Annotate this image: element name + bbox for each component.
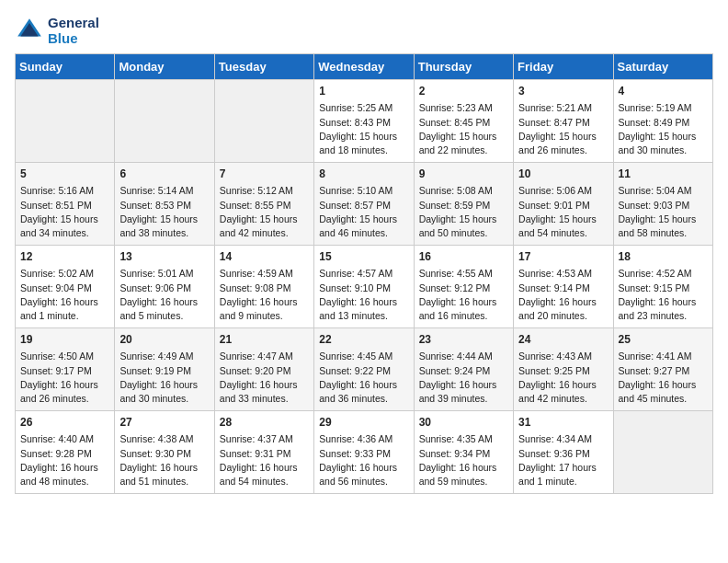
calendar-cell: 20Sunrise: 4:49 AMSunset: 9:19 PMDayligh… — [115, 328, 214, 411]
calendar-cell — [613, 411, 712, 494]
calendar-cell: 10Sunrise: 5:06 AMSunset: 9:01 PMDayligh… — [514, 163, 613, 246]
cell-line: and 18 minutes. — [319, 144, 408, 157]
cell-line: and 38 minutes. — [119, 226, 209, 240]
cell-line: Sunrise: 4:41 AM — [619, 350, 708, 363]
cell-line: Daylight: 15 hours — [619, 213, 708, 226]
cell-line: Sunset: 9:31 PM — [220, 447, 309, 461]
cell-line: and 36 minutes. — [319, 392, 408, 406]
cell-line: Sunset: 8:53 PM — [119, 199, 209, 213]
day-number: 2 — [419, 84, 508, 99]
day-number: 20 — [119, 332, 209, 348]
cell-line: Sunrise: 4:37 AM — [220, 432, 309, 446]
cell-line: Sunset: 9:22 PM — [319, 364, 408, 378]
cell-line: Sunrise: 4:57 AM — [319, 267, 408, 281]
cell-line: Sunrise: 4:40 AM — [20, 432, 109, 446]
cell-line: and 50 minutes. — [419, 226, 508, 240]
logo: General Blue — [15, 15, 99, 46]
cell-line: and 1 minute. — [20, 309, 109, 323]
cell-line: and 56 minutes. — [319, 475, 408, 488]
cell-line: Sunset: 9:34 PM — [419, 447, 508, 461]
calendar-cell: 27Sunrise: 4:38 AMSunset: 9:30 PMDayligh… — [115, 411, 214, 494]
cell-line: Sunset: 9:15 PM — [619, 282, 708, 295]
cell-line: Sunrise: 4:59 AM — [220, 267, 309, 281]
calendar-cell: 8Sunrise: 5:10 AMSunset: 8:57 PMDaylight… — [314, 163, 414, 246]
calendar-cell: 11Sunrise: 5:04 AMSunset: 9:03 PMDayligh… — [613, 163, 712, 246]
weekday-header-monday: Monday — [115, 54, 214, 80]
cell-line: Sunrise: 5:21 AM — [518, 101, 608, 115]
day-number: 28 — [220, 415, 309, 431]
cell-line: Daylight: 16 hours — [518, 378, 608, 392]
weekday-header-friday: Friday — [514, 54, 613, 80]
cell-line: and 34 minutes. — [20, 226, 109, 240]
cell-line: Sunrise: 5:02 AM — [20, 267, 109, 281]
calendar-cell: 17Sunrise: 4:53 AMSunset: 9:14 PMDayligh… — [514, 246, 613, 328]
weekday-header-tuesday: Tuesday — [214, 54, 313, 80]
cell-line: Sunset: 8:51 PM — [20, 199, 109, 213]
calendar-body: 1Sunrise: 5:25 AMSunset: 8:43 PMDaylight… — [16, 80, 713, 494]
calendar-cell: 21Sunrise: 4:47 AMSunset: 9:20 PMDayligh… — [214, 328, 313, 411]
cell-line: Daylight: 15 hours — [119, 213, 209, 226]
cell-line: and 23 minutes. — [619, 309, 708, 323]
cell-line: Sunset: 9:08 PM — [220, 282, 309, 295]
day-number: 3 — [518, 84, 608, 99]
cell-line: and 16 minutes. — [419, 309, 508, 323]
cell-line: Sunset: 9:03 PM — [619, 199, 708, 213]
cell-line: Sunrise: 4:45 AM — [319, 350, 408, 363]
day-number: 27 — [119, 415, 209, 431]
cell-line: Daylight: 15 hours — [319, 130, 408, 144]
cell-line: Sunset: 9:06 PM — [119, 282, 209, 295]
calendar-table: SundayMondayTuesdayWednesdayThursdayFrid… — [15, 53, 713, 494]
cell-line: Sunset: 9:14 PM — [518, 282, 608, 295]
cell-line: Daylight: 16 hours — [20, 378, 109, 392]
week-row-4: 19Sunrise: 4:50 AMSunset: 9:17 PMDayligh… — [16, 328, 713, 411]
cell-line: and 26 minutes. — [518, 144, 608, 157]
cell-line: Sunrise: 4:53 AM — [518, 267, 608, 281]
day-number: 24 — [518, 332, 608, 348]
cell-line: Daylight: 16 hours — [619, 378, 708, 392]
cell-line: Sunrise: 4:44 AM — [419, 350, 508, 363]
calendar-cell: 30Sunrise: 4:35 AMSunset: 9:34 PMDayligh… — [414, 411, 513, 494]
calendar-cell: 15Sunrise: 4:57 AMSunset: 9:10 PMDayligh… — [314, 246, 414, 328]
calendar-cell: 25Sunrise: 4:41 AMSunset: 9:27 PMDayligh… — [613, 328, 712, 411]
cell-line: Daylight: 16 hours — [220, 461, 309, 475]
cell-line: Sunrise: 4:36 AM — [319, 432, 408, 446]
cell-line: Sunset: 9:10 PM — [319, 282, 408, 295]
cell-line: and 54 minutes. — [518, 226, 608, 240]
calendar-cell: 1Sunrise: 5:25 AMSunset: 8:43 PMDaylight… — [314, 80, 414, 163]
calendar-cell: 6Sunrise: 5:14 AMSunset: 8:53 PMDaylight… — [115, 163, 214, 246]
cell-line: Sunset: 8:55 PM — [220, 199, 309, 213]
cell-line: and 46 minutes. — [319, 226, 408, 240]
cell-line: Sunset: 8:57 PM — [319, 199, 408, 213]
calendar-cell: 14Sunrise: 4:59 AMSunset: 9:08 PMDayligh… — [214, 246, 313, 328]
calendar-cell: 4Sunrise: 5:19 AMSunset: 8:49 PMDaylight… — [613, 80, 712, 163]
cell-line: Sunset: 9:24 PM — [419, 364, 508, 378]
day-number: 8 — [319, 167, 408, 182]
cell-line: Daylight: 15 hours — [419, 130, 508, 144]
cell-line: and 54 minutes. — [220, 475, 309, 488]
calendar-cell: 29Sunrise: 4:36 AMSunset: 9:33 PMDayligh… — [314, 411, 414, 494]
cell-line: Sunset: 8:59 PM — [419, 199, 508, 213]
cell-line: Daylight: 15 hours — [518, 130, 608, 144]
day-number: 13 — [119, 249, 209, 265]
cell-line: and 9 minutes. — [220, 309, 309, 323]
cell-line: Daylight: 16 hours — [20, 461, 109, 475]
cell-line: Daylight: 16 hours — [518, 295, 608, 309]
cell-line: Sunrise: 4:52 AM — [619, 267, 708, 281]
cell-line: Sunset: 9:04 PM — [20, 282, 109, 295]
day-number: 9 — [419, 167, 508, 182]
cell-line: Sunrise: 5:06 AM — [518, 184, 608, 198]
weekday-header-sunday: Sunday — [16, 54, 115, 80]
cell-line: Sunset: 9:19 PM — [119, 364, 209, 378]
logo-icon — [15, 16, 44, 45]
cell-line: and 45 minutes. — [619, 392, 708, 406]
cell-line: Daylight: 16 hours — [220, 378, 309, 392]
calendar-cell: 22Sunrise: 4:45 AMSunset: 9:22 PMDayligh… — [314, 328, 414, 411]
weekday-header-thursday: Thursday — [414, 54, 513, 80]
cell-line: Daylight: 15 hours — [518, 213, 608, 226]
cell-line: Daylight: 16 hours — [20, 295, 109, 309]
day-number: 19 — [20, 332, 109, 348]
day-number: 23 — [419, 332, 508, 348]
cell-line: Sunset: 9:17 PM — [20, 364, 109, 378]
calendar-cell: 28Sunrise: 4:37 AMSunset: 9:31 PMDayligh… — [214, 411, 313, 494]
cell-line: Daylight: 16 hours — [119, 461, 209, 475]
